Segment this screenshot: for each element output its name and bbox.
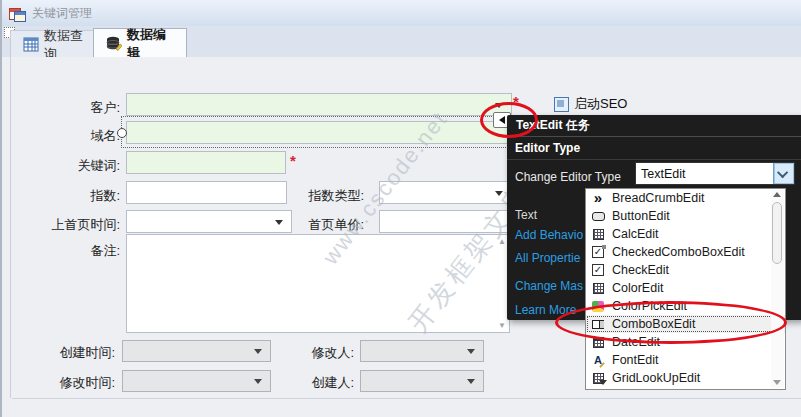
date-icon [591,336,605,349]
checked-combo-icon [591,246,605,259]
option-label: BreadCrumbEdit [612,191,704,205]
editor-option-checkedit[interactable]: CheckEdit [586,261,785,279]
chevron-down-icon [254,349,262,354]
creator-label: 创建人: [272,374,354,392]
index-type-combobox[interactable] [379,181,512,204]
remark-memo[interactable]: ▲ ▼ [126,234,510,333]
chevron-down-icon[interactable] [773,163,794,184]
change-editor-type-label: Change Editor Type [515,170,621,184]
learn-more-link[interactable]: Learn More [515,303,576,317]
option-label: DateEdit [612,335,660,349]
homepage-price-label: 首页单价: [272,216,364,234]
index-textbox[interactable] [126,181,287,204]
tab-data-query[interactable]: 数据查询 [10,30,96,58]
combo-icon [591,318,605,331]
scroll-up-icon[interactable]: ▲ [498,237,506,246]
homepage-time-combobox[interactable] [126,210,292,233]
editor-option-coloredit[interactable]: ColorEdit [586,279,785,297]
chevron-down-icon[interactable] [495,191,503,196]
color-icon [591,282,605,295]
scroll-up-icon[interactable] [773,192,781,197]
scrollbar-thumb[interactable] [772,202,782,264]
option-label: CheckedComboBoxEdit [612,245,745,259]
editor-type-value: TextEdit [636,167,773,181]
editor-option-gridlookupedit[interactable]: GridLookUpEdit [586,369,785,387]
color-pick-icon [591,300,605,313]
modify-time-label: 修改时间: [22,374,115,392]
text-property-label: Text [515,208,537,222]
create-time-combobox [122,340,271,362]
customer-combobox[interactable] [126,93,512,116]
editor-option-comboboxedit[interactable]: ComboBoxEdit [586,315,785,333]
grid-lookup-icon [591,372,605,385]
seo-checkbox[interactable]: 启动SEO [554,95,627,113]
window-title: 关键词管理 [32,5,92,22]
chevron-down-icon[interactable] [495,103,503,108]
breadcrumb-icon [591,192,605,205]
popup-section-title: Editor Type [507,137,801,160]
calc-icon [591,228,605,241]
modifier-label: 修改人: [272,344,354,362]
required-asterisk: * [290,152,296,169]
checkbox-icon[interactable] [554,97,569,112]
editor-option-checkedcomboboxedit[interactable]: CheckedComboBoxEdit [586,243,785,261]
popup-title: TextEdit 任务 [507,115,801,137]
index-label: 指数: [22,187,120,205]
modifier-combobox [360,340,484,362]
option-label: ButtonEdit [612,209,670,223]
scroll-down-icon[interactable]: ▼ [498,321,506,330]
chevron-down-icon [467,349,475,354]
index-type-label: 指数类型: [272,187,364,205]
modify-time-combobox [122,370,271,392]
button-icon [591,210,605,223]
change-mask-link[interactable]: Change Mas [515,279,583,293]
all-properties-link[interactable]: All Propertie [515,251,580,265]
add-behavior-link[interactable]: Add Behavio [515,228,583,242]
creator-combobox [360,370,484,392]
tab-data-edit[interactable]: 数据编辑 [93,28,187,58]
option-label: FontEdit [612,353,659,367]
chevron-down-icon [254,379,262,384]
option-label: ColorPickEdit [612,299,687,313]
chevron-down-icon [467,379,475,384]
window-titlebar: 关键词管理 [2,0,801,26]
check-icon [591,264,605,277]
seo-checkbox-label: 启动SEO [574,95,627,113]
editor-option-colorpickedit[interactable]: ColorPickEdit [586,297,785,315]
option-label: ComboBoxEdit [612,317,695,331]
required-asterisk: * [513,93,519,110]
form-icon [9,5,25,21]
option-label: CalcEdit [612,227,659,241]
editor-option-buttonedit[interactable]: ButtonEdit [586,207,785,225]
editor-type-dropdown-list: BreadCrumbEdit ButtonEdit CalcEdit Check… [585,188,786,390]
homepage-time-label: 上首页时间: [22,216,120,234]
option-label: ColorEdit [612,281,663,295]
panel-bottom-edge [12,398,801,399]
panel-left-edge [10,57,11,398]
keyword-management-window: 关键词管理 数据查询 数据编辑 客户: [0,0,801,417]
font-icon [591,354,605,367]
editor-option-calcedit[interactable]: CalcEdit [586,225,785,243]
domain-label: 域名: [22,127,120,145]
option-label: CheckEdit [612,263,669,277]
database-edit-icon [106,36,122,51]
editor-option-dateedit[interactable]: DateEdit [586,333,785,351]
keyword-textbox[interactable] [126,151,286,174]
editor-option-fontedit[interactable]: FontEdit [586,351,785,369]
remark-label: 备注: [22,242,120,260]
tab-strip: 数据查询 数据编辑 [2,26,801,58]
selection-grip[interactable] [117,128,127,138]
scroll-down-icon[interactable] [773,380,781,385]
keyword-label: 关键词: [22,157,120,175]
customer-label: 客户: [22,99,120,117]
editor-type-combobox[interactable]: TextEdit [635,162,795,185]
table-grid-icon [23,37,39,52]
homepage-price-textbox[interactable] [379,210,512,233]
create-time-label: 创建时间: [22,344,115,362]
option-label: GridLookUpEdit [612,371,700,385]
dropdown-scrollbar[interactable] [771,190,784,388]
editor-option-breadcrumbedit[interactable]: BreadCrumbEdit [586,189,785,207]
